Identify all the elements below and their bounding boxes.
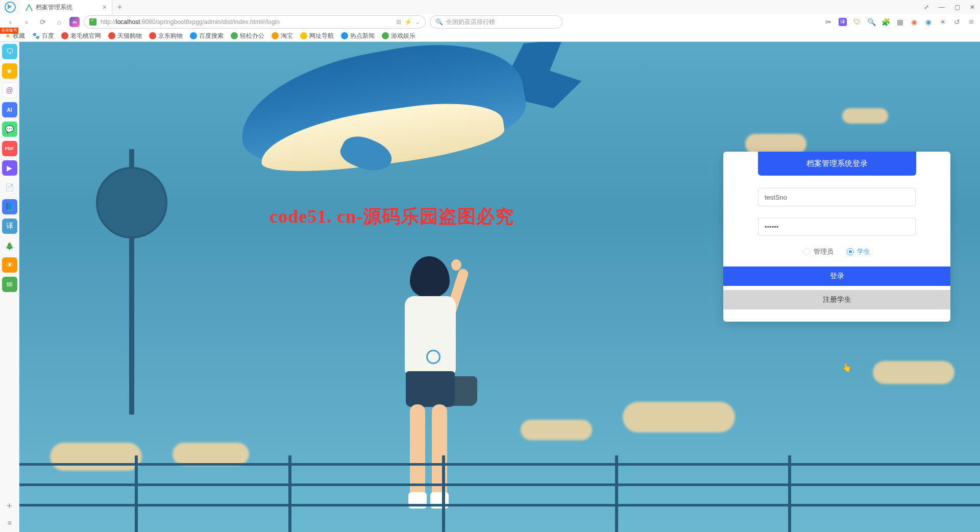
reload-button[interactable]: ⟳	[37, 16, 49, 28]
side-pdf-icon[interactable]: PDF	[2, 141, 17, 156]
bookmark-tmall[interactable]: 天猫购物	[108, 32, 142, 40]
circle1-icon[interactable]: ◉	[910, 17, 919, 27]
bookmark-nav[interactable]: 网址导航	[300, 32, 334, 40]
watermark-text: code51. cn-源码乐园盗图必究	[270, 204, 514, 229]
bookmark-office[interactable]: 轻松办公	[231, 32, 264, 40]
password-input[interactable]	[758, 217, 916, 236]
chevron-down-icon[interactable]: ⌄	[415, 18, 420, 26]
home-button[interactable]: ⌂	[53, 16, 65, 28]
bolt-icon[interactable]: ⚡	[404, 18, 412, 26]
side-ai-icon[interactable]: @	[2, 83, 17, 98]
forward-button[interactable]: ›	[20, 16, 33, 28]
circle2-icon[interactable]: ◉	[924, 17, 933, 27]
bookmark-games[interactable]: 游戏娱乐	[382, 32, 415, 40]
window-controls: ⤢ — ▢ ✕	[919, 0, 980, 14]
role-admin-radio[interactable]: 管理员	[803, 247, 834, 256]
login-title: 档案管理系统登录	[758, 152, 916, 176]
qr-icon[interactable]: ⊞	[396, 18, 401, 26]
maximize-button[interactable]: ▢	[949, 0, 965, 14]
login-button[interactable]: 登录	[723, 267, 950, 286]
page-content: code51. cn-源码乐园盗图必究 档案管理系统登录 管理员 学生	[19, 42, 980, 532]
radio-checked-icon	[847, 248, 854, 255]
scissors-icon[interactable]: ✂	[824, 17, 833, 27]
browser-tab[interactable]: 档案管理系统 ×	[20, 0, 112, 14]
bookmark-baidu-search[interactable]: 百度搜索	[190, 32, 224, 40]
side-tree-icon[interactable]: 🎄	[2, 238, 17, 253]
menu-icon[interactable]: ≡	[967, 17, 976, 27]
browser-logo-icon[interactable]	[0, 0, 20, 14]
back-button[interactable]: ‹	[4, 16, 16, 28]
bookmark-jd[interactable]: 京东购物	[149, 32, 183, 40]
search-bar[interactable]: 🔍 全国奶茶店排行榜	[430, 15, 562, 29]
vue-icon	[26, 4, 33, 11]
bookmark-bar: ★收藏 🐾百度 老毛桃官网 天猫购物 京东购物 百度搜索 轻松办公 淘宝 网址导…	[0, 30, 980, 42]
side-chat-icon[interactable]: 💬	[2, 122, 17, 137]
extensions-icon[interactable]: 🧩	[881, 17, 890, 27]
login-card: 档案管理系统登录 管理员 学生 登录 注册学生	[723, 152, 950, 322]
role-student-radio[interactable]: 学生	[847, 247, 870, 256]
role-radio-group: 管理员 学生	[758, 247, 916, 256]
new-tab-button[interactable]: +	[112, 3, 127, 12]
address-bar[interactable]: http://localhost:8080/springboot8xpgg/ad…	[84, 15, 426, 29]
search-placeholder: 全国奶茶店排行榜	[446, 18, 495, 27]
register-button[interactable]: 注册学生	[723, 290, 950, 309]
sidebar-add-button[interactable]: +	[7, 501, 12, 512]
side-doc-icon[interactable]: 📄	[2, 180, 17, 195]
toolbar-icons: ✂ 译 🛡 🔍 🧩 ▦ ◉ ◉ ☀ ↺ ≡	[824, 17, 976, 27]
url-text: http://localhost:8080/springboot8xpgg/ad…	[101, 18, 280, 26]
browser-chrome: 档案管理系统 × + ⤢ — ▢ ✕ ‹ › ⟳ ⌂ AI http://loc…	[0, 0, 980, 42]
left-sidebar: 登录账号 🗨 ★ @ AI 💬 PDF ▶ 📄 📘 译 🎄 👁 ✉ + ≡	[0, 42, 19, 532]
tab-strip: 档案管理系统 × + ⤢ — ▢ ✕	[0, 0, 980, 14]
apps-icon[interactable]: ▦	[895, 17, 904, 27]
bookmark-taobao[interactable]: 淘宝	[272, 32, 293, 40]
undo-icon[interactable]: ↺	[952, 17, 962, 27]
minimize-button[interactable]: —	[934, 0, 949, 14]
username-input[interactable]	[758, 188, 916, 206]
adblock-icon[interactable]: 🛡	[852, 17, 862, 27]
search-icon: 🔍	[435, 18, 443, 26]
side-star-icon[interactable]: ★	[2, 63, 17, 79]
settings-icon[interactable]: ☀	[938, 17, 947, 27]
side-mail-icon[interactable]: ✉	[2, 277, 17, 292]
radio-unchecked-icon	[803, 248, 811, 255]
translate-icon[interactable]: 译	[838, 17, 847, 27]
ai-badge-icon[interactable]: AI	[69, 17, 80, 27]
bookmark-news[interactable]: 热点新闻	[341, 32, 375, 40]
pin-button[interactable]: ⤢	[919, 0, 934, 14]
bookmark-baidu[interactable]: 🐾百度	[32, 32, 54, 40]
close-window-button[interactable]: ✕	[965, 0, 980, 14]
side-word-icon[interactable]: 📘	[2, 199, 17, 214]
address-row: ‹ › ⟳ ⌂ AI http://localhost:8080/springb…	[0, 14, 980, 30]
sidebar-menu-button[interactable]: ≡	[7, 519, 11, 527]
close-tab-icon[interactable]: ×	[103, 3, 107, 11]
tab-title: 档案管理系统	[36, 3, 72, 12]
main-area: 登录账号 🗨 ★ @ AI 💬 PDF ▶ 📄 📘 译 🎄 👁 ✉ + ≡	[0, 42, 980, 532]
login-badge[interactable]: 登录账号	[0, 28, 18, 34]
side-app1-icon[interactable]: 🗨	[2, 44, 17, 59]
side-ai2-icon[interactable]: AI	[2, 102, 17, 117]
side-translate-icon[interactable]: 译	[2, 219, 17, 234]
security-shield-icon	[89, 18, 96, 26]
bookmark-laomaotao[interactable]: 老毛桃官网	[61, 32, 101, 40]
zoom-icon[interactable]: 🔍	[867, 17, 876, 27]
side-video-icon[interactable]: ▶	[2, 160, 17, 176]
side-weibo-icon[interactable]: 👁	[2, 257, 17, 273]
